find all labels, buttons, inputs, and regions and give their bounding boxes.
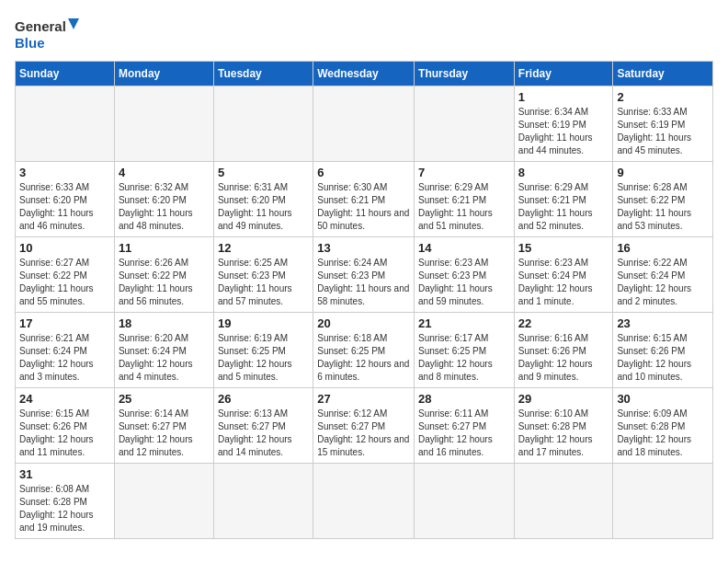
- day-info: Sunrise: 6:21 AM Sunset: 6:24 PM Dayligh…: [19, 332, 110, 384]
- calendar-day-cell: 23Sunrise: 6:15 AM Sunset: 6:26 PM Dayli…: [613, 313, 713, 388]
- day-number: 8: [518, 166, 609, 179]
- day-info: Sunrise: 6:23 AM Sunset: 6:24 PM Dayligh…: [518, 257, 609, 308]
- calendar-week-row: 10Sunrise: 6:27 AM Sunset: 6:22 PM Dayli…: [16, 237, 713, 313]
- calendar-day-cell: [114, 86, 213, 162]
- day-number: 4: [119, 166, 210, 179]
- svg-text:Blue: Blue: [15, 35, 45, 51]
- calendar: SundayMondayTuesdayWednesdayThursdayFrid…: [15, 61, 713, 539]
- calendar-day-cell: [514, 464, 613, 539]
- day-number: 30: [617, 392, 709, 406]
- calendar-day-cell: 4Sunrise: 6:32 AM Sunset: 6:20 PM Daylig…: [114, 162, 213, 237]
- calendar-day-cell: 1Sunrise: 6:34 AM Sunset: 6:19 PM Daylig…: [514, 86, 613, 162]
- calendar-day-cell: 14Sunrise: 6:23 AM Sunset: 6:23 PM Dayli…: [415, 237, 515, 313]
- day-number: 2: [617, 90, 709, 104]
- calendar-week-row: 3Sunrise: 6:33 AM Sunset: 6:20 PM Daylig…: [16, 162, 713, 237]
- calendar-day-cell: [313, 464, 415, 539]
- day-info: Sunrise: 6:13 AM Sunset: 6:27 PM Dayligh…: [218, 408, 309, 459]
- svg-text:General: General: [15, 18, 66, 34]
- day-info: Sunrise: 6:08 AM Sunset: 6:28 PM Dayligh…: [19, 483, 110, 534]
- calendar-day-cell: 19Sunrise: 6:19 AM Sunset: 6:25 PM Dayli…: [213, 313, 313, 388]
- day-number: 3: [19, 166, 110, 179]
- calendar-day-cell: 15Sunrise: 6:23 AM Sunset: 6:24 PM Dayli…: [514, 237, 613, 313]
- day-number: 18: [119, 316, 210, 330]
- calendar-day-cell: 20Sunrise: 6:18 AM Sunset: 6:25 PM Dayli…: [313, 313, 415, 388]
- day-number: 13: [317, 241, 410, 255]
- day-of-week-header: Sunday: [16, 62, 115, 86]
- day-info: Sunrise: 6:33 AM Sunset: 6:20 PM Dayligh…: [19, 181, 110, 233]
- calendar-day-cell: 12Sunrise: 6:25 AM Sunset: 6:23 PM Dayli…: [213, 237, 313, 313]
- day-info: Sunrise: 6:23 AM Sunset: 6:23 PM Dayligh…: [418, 257, 510, 308]
- day-number: 11: [119, 241, 210, 255]
- calendar-day-cell: 24Sunrise: 6:15 AM Sunset: 6:26 PM Dayli…: [16, 388, 115, 464]
- calendar-day-cell: 27Sunrise: 6:12 AM Sunset: 6:27 PM Dayli…: [313, 388, 415, 464]
- day-number: 9: [617, 166, 709, 179]
- calendar-week-row: 31Sunrise: 6:08 AM Sunset: 6:28 PM Dayli…: [16, 464, 713, 539]
- calendar-day-cell: [16, 86, 115, 162]
- calendar-day-cell: 17Sunrise: 6:21 AM Sunset: 6:24 PM Dayli…: [16, 313, 115, 388]
- header: General Blue: [15, 15, 713, 52]
- calendar-week-row: 17Sunrise: 6:21 AM Sunset: 6:24 PM Dayli…: [16, 313, 713, 388]
- calendar-header-row: SundayMondayTuesdayWednesdayThursdayFrid…: [16, 62, 713, 86]
- calendar-day-cell: 25Sunrise: 6:14 AM Sunset: 6:27 PM Dayli…: [114, 388, 213, 464]
- calendar-day-cell: [114, 464, 213, 539]
- calendar-day-cell: 16Sunrise: 6:22 AM Sunset: 6:24 PM Dayli…: [613, 237, 713, 313]
- calendar-day-cell: 9Sunrise: 6:28 AM Sunset: 6:22 PM Daylig…: [613, 162, 713, 237]
- calendar-day-cell: 13Sunrise: 6:24 AM Sunset: 6:23 PM Dayli…: [313, 237, 415, 313]
- day-number: 25: [119, 392, 210, 406]
- calendar-day-cell: 11Sunrise: 6:26 AM Sunset: 6:22 PM Dayli…: [114, 237, 213, 313]
- calendar-day-cell: 3Sunrise: 6:33 AM Sunset: 6:20 PM Daylig…: [16, 162, 115, 237]
- day-info: Sunrise: 6:17 AM Sunset: 6:25 PM Dayligh…: [418, 332, 510, 384]
- calendar-day-cell: 26Sunrise: 6:13 AM Sunset: 6:27 PM Dayli…: [213, 388, 313, 464]
- calendar-day-cell: 2Sunrise: 6:33 AM Sunset: 6:19 PM Daylig…: [613, 86, 713, 162]
- day-number: 24: [19, 392, 110, 406]
- calendar-day-cell: 21Sunrise: 6:17 AM Sunset: 6:25 PM Dayli…: [415, 313, 515, 388]
- calendar-week-row: 24Sunrise: 6:15 AM Sunset: 6:26 PM Dayli…: [16, 388, 713, 464]
- calendar-day-cell: 31Sunrise: 6:08 AM Sunset: 6:28 PM Dayli…: [16, 464, 115, 539]
- day-info: Sunrise: 6:19 AM Sunset: 6:25 PM Dayligh…: [218, 332, 309, 384]
- calendar-day-cell: [613, 464, 713, 539]
- day-number: 26: [218, 392, 309, 406]
- day-info: Sunrise: 6:30 AM Sunset: 6:21 PM Dayligh…: [317, 181, 410, 233]
- calendar-day-cell: 6Sunrise: 6:30 AM Sunset: 6:21 PM Daylig…: [313, 162, 415, 237]
- day-number: 28: [418, 392, 510, 406]
- day-info: Sunrise: 6:20 AM Sunset: 6:24 PM Dayligh…: [119, 332, 210, 384]
- calendar-day-cell: [415, 464, 515, 539]
- day-info: Sunrise: 6:16 AM Sunset: 6:26 PM Dayligh…: [518, 332, 609, 384]
- day-number: 5: [218, 166, 309, 179]
- day-info: Sunrise: 6:24 AM Sunset: 6:23 PM Dayligh…: [317, 257, 410, 308]
- day-number: 14: [418, 241, 510, 255]
- day-info: Sunrise: 6:12 AM Sunset: 6:27 PM Dayligh…: [317, 408, 410, 459]
- day-info: Sunrise: 6:15 AM Sunset: 6:26 PM Dayligh…: [617, 332, 709, 384]
- day-number: 12: [218, 241, 309, 255]
- logo-svg: General Blue: [15, 15, 79, 52]
- day-of-week-header: Thursday: [415, 62, 515, 86]
- day-info: Sunrise: 6:14 AM Sunset: 6:27 PM Dayligh…: [119, 408, 210, 459]
- day-number: 6: [317, 166, 410, 179]
- day-number: 16: [617, 241, 709, 255]
- calendar-day-cell: 28Sunrise: 6:11 AM Sunset: 6:27 PM Dayli…: [415, 388, 515, 464]
- day-of-week-header: Wednesday: [313, 62, 415, 86]
- day-info: Sunrise: 6:09 AM Sunset: 6:28 PM Dayligh…: [617, 408, 709, 459]
- day-number: 21: [418, 316, 510, 330]
- logo: General Blue: [15, 15, 79, 52]
- day-number: 22: [518, 316, 609, 330]
- day-info: Sunrise: 6:26 AM Sunset: 6:22 PM Dayligh…: [119, 257, 210, 308]
- day-info: Sunrise: 6:11 AM Sunset: 6:27 PM Dayligh…: [418, 408, 510, 459]
- day-info: Sunrise: 6:32 AM Sunset: 6:20 PM Dayligh…: [119, 181, 210, 233]
- calendar-day-cell: 8Sunrise: 6:29 AM Sunset: 6:21 PM Daylig…: [514, 162, 613, 237]
- calendar-day-cell: [313, 86, 415, 162]
- day-info: Sunrise: 6:10 AM Sunset: 6:28 PM Dayligh…: [518, 408, 609, 459]
- day-number: 1: [518, 90, 609, 104]
- day-number: 19: [218, 316, 309, 330]
- day-of-week-header: Tuesday: [213, 62, 313, 86]
- day-number: 31: [19, 467, 110, 481]
- day-number: 7: [418, 166, 510, 179]
- day-info: Sunrise: 6:25 AM Sunset: 6:23 PM Dayligh…: [218, 257, 309, 308]
- day-number: 17: [19, 316, 110, 330]
- day-info: Sunrise: 6:31 AM Sunset: 6:20 PM Dayligh…: [218, 181, 309, 233]
- calendar-day-cell: [213, 464, 313, 539]
- day-info: Sunrise: 6:18 AM Sunset: 6:25 PM Dayligh…: [317, 332, 410, 384]
- day-info: Sunrise: 6:29 AM Sunset: 6:21 PM Dayligh…: [418, 181, 510, 233]
- day-number: 20: [317, 316, 410, 330]
- calendar-day-cell: 29Sunrise: 6:10 AM Sunset: 6:28 PM Dayli…: [514, 388, 613, 464]
